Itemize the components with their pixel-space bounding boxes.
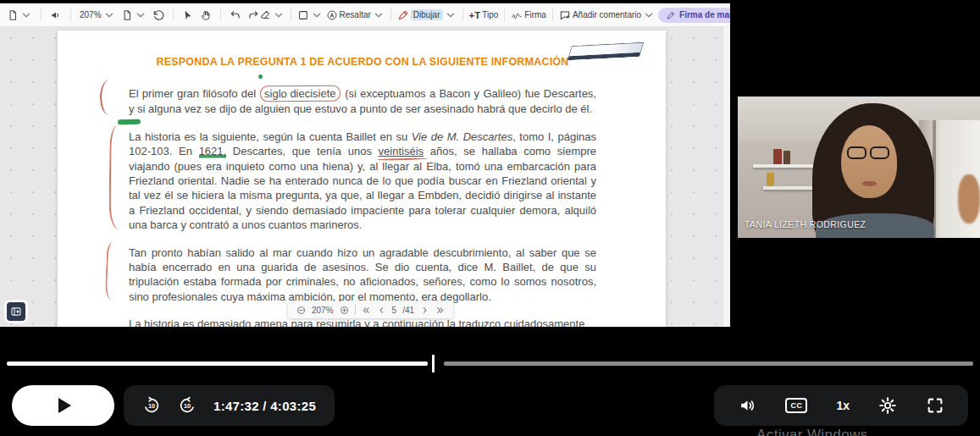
next-page-icon[interactable] — [420, 306, 429, 315]
sidebar-toggle-wrap — [4, 300, 28, 323]
progress-playhead[interactable] — [432, 355, 435, 373]
chevron-down-icon — [103, 9, 115, 21]
page-icon — [121, 9, 133, 21]
red-parenthesis-annotation — [99, 80, 113, 115]
paragraph-4: La historia es demasiado amena para resu… — [129, 317, 596, 327]
shapes-button[interactable] — [297, 9, 323, 21]
page-layout-button[interactable] — [121, 9, 147, 21]
toolbar-divider — [552, 8, 553, 21]
chevron-down-icon — [643, 9, 655, 21]
underlined-word: veintiséis — [379, 145, 424, 157]
captions-button[interactable]: CC — [785, 398, 807, 413]
progress-played — [7, 361, 428, 366]
redo-button[interactable] — [247, 9, 259, 21]
time-separator: / — [263, 399, 266, 413]
svg-text:10: 10 — [184, 402, 191, 410]
comment-icon — [559, 9, 571, 21]
time-display: 1:47:32 / 4:03:25 — [213, 399, 316, 413]
current-page[interactable]: 5 — [392, 306, 397, 315]
toolbar-divider — [173, 8, 174, 21]
secure-sign-button[interactable]: Firma de manera segura — [658, 8, 730, 23]
current-time: 1:47:32 — [213, 399, 259, 413]
settings-gear-icon[interactable] — [878, 396, 897, 415]
add-comment-label: Añadir comentario — [573, 10, 641, 19]
zoom-level-label: 207% — [80, 10, 102, 19]
chevron-down-icon — [445, 9, 457, 21]
forward-10-icon[interactable]: 10 — [178, 396, 197, 415]
type-button[interactable]: +TTipo — [469, 10, 499, 20]
first-page-icon[interactable] — [362, 306, 371, 315]
person-glasses — [847, 146, 893, 160]
highlight-label: Resaltar — [340, 10, 371, 19]
pager-zoom-level[interactable]: 207% — [312, 306, 334, 315]
undo-button[interactable] — [230, 9, 241, 21]
type-icon: +T — [469, 10, 481, 20]
rewind-10-icon[interactable]: 10 — [142, 396, 161, 415]
draw-label: Dibujar — [411, 9, 443, 20]
panel-arrow-icon — [10, 306, 22, 317]
fullscreen-icon[interactable] — [926, 396, 944, 415]
toolbar-divider — [220, 8, 221, 21]
toolbar-divider — [41, 8, 42, 21]
last-page-icon[interactable] — [435, 306, 445, 315]
person-hand — [958, 174, 980, 224]
player-controls: 10 10 1:47:32 / 4:03:25 CC 1x — [12, 385, 968, 426]
pen-icon — [397, 9, 409, 21]
pdf-toolbar: 207% Resaltar Dibujar +TTipo — [0, 3, 730, 27]
eraser-button[interactable] — [259, 9, 285, 21]
file-menu-button[interactable] — [7, 9, 32, 21]
person-mouth — [862, 181, 877, 186]
audio-button[interactable] — [50, 9, 62, 21]
pen-nib-icon — [666, 10, 676, 20]
speaker-icon — [50, 9, 62, 21]
chevron-down-icon — [373, 9, 385, 21]
total-pages: /41 — [402, 306, 414, 315]
document-content: RESPONDA LA PREGUNTA 1 DE ACUERDO CON LA… — [129, 56, 596, 327]
zoom-level-button[interactable]: 207% — [80, 9, 115, 21]
paragraph-text: Descartes, que tenía unos — [226, 145, 378, 157]
toolbar-divider — [504, 8, 505, 21]
draw-button[interactable]: Dibujar — [397, 9, 457, 21]
file-icon — [7, 9, 19, 21]
paragraph-1: El primer gran filósofo del siglo diecis… — [129, 86, 596, 117]
zoom-in-icon[interactable] — [340, 306, 349, 315]
volume-icon[interactable] — [738, 396, 756, 415]
pager-divider — [355, 305, 356, 315]
sign-button[interactable]: Firma — [511, 9, 546, 21]
toolbar-left-group: 207% — [7, 8, 259, 21]
toolbar-divider — [462, 8, 463, 21]
type-label: Tipo — [482, 10, 498, 19]
green-underlined-year: 1621, — [199, 145, 227, 158]
video-progress-bar[interactable] — [7, 355, 973, 373]
open-sidebar-button[interactable] — [7, 302, 25, 321]
video-player-frame: 207% Resaltar Dibujar +TTipo — [0, 0, 980, 436]
playback-speed-button[interactable]: 1x — [836, 399, 850, 412]
svg-text:10: 10 — [148, 402, 155, 410]
chevron-down-icon — [20, 9, 32, 21]
progress-remaining — [444, 361, 973, 366]
previous-page-icon[interactable] — [377, 306, 386, 315]
add-comment-button[interactable]: Añadir comentario — [559, 9, 655, 21]
time-controls-group: 10 10 1:47:32 / 4:03:25 — [124, 385, 335, 426]
paragraph-2: La historia es la siguiente, según la cu… — [129, 130, 596, 233]
toolbar-right-group: Resaltar Dibujar +TTipo Firma Añadir com… — [259, 8, 730, 23]
toolbar-divider — [70, 8, 71, 21]
play-button[interactable] — [12, 385, 114, 426]
windows-activation-watermark: Activar Windows — [756, 427, 868, 436]
chevron-down-icon — [273, 9, 285, 21]
pan-tool-button[interactable] — [200, 9, 212, 21]
undo-icon — [230, 9, 241, 21]
zoom-out-icon[interactable] — [296, 306, 306, 315]
red-circled-annotation: siglo diecisiete — [260, 86, 341, 102]
red-bracket-annotation — [108, 125, 120, 230]
select-tool-button[interactable] — [182, 9, 194, 21]
zoom-page-controls: 207% 5 /41 — [288, 301, 453, 318]
rotate-button[interactable] — [152, 9, 164, 21]
signature-icon — [511, 9, 523, 21]
highlight-a-icon — [326, 9, 338, 21]
paragraph-3: Tan pronto habían salido al mar cuando h… — [129, 246, 596, 305]
chevron-down-icon — [135, 9, 147, 21]
eraser-icon — [259, 9, 271, 21]
highlight-button[interactable]: Resaltar — [326, 9, 385, 21]
scrollbar[interactable] — [723, 27, 730, 327]
